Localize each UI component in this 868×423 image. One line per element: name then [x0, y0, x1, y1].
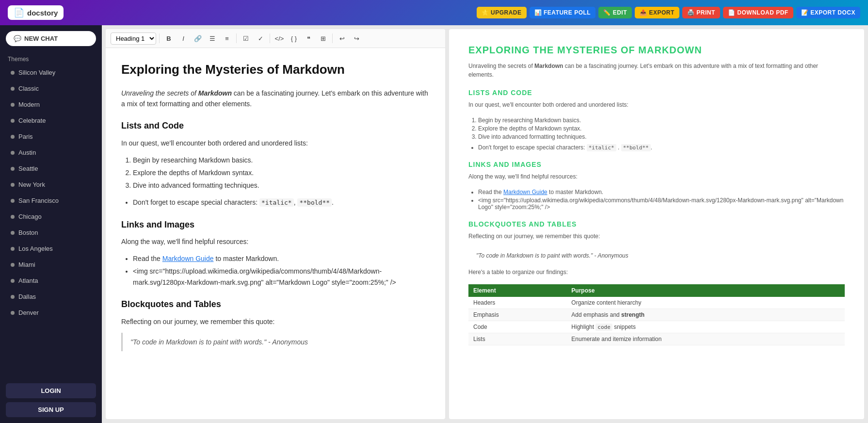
preview-blockquote: "To code in Markdown is to paint with wo… [468, 248, 845, 263]
sidebar-item-chicago[interactable]: Chicago [3, 209, 99, 224]
editor-blockquote: "To code in Markdown is to paint with wo… [121, 333, 430, 351]
sidebar-item-denver[interactable]: Denver [3, 305, 99, 320]
upgrade-button[interactable]: ⭐ UPGRADE [477, 7, 527, 18]
sidebar-item-label: Classic [18, 85, 39, 92]
feature-poll-button[interactable]: 📊 FEATURE POLL [530, 7, 596, 18]
dot-icon [11, 183, 15, 187]
doc-icon: 📄 [14, 7, 24, 18]
preview-section1-intro: In our quest, we'll encounter both order… [468, 100, 845, 109]
app-name: docstory [27, 9, 58, 17]
editor-links-list: Read the Markdown Guide to master Markdo… [121, 253, 430, 288]
preview-links-list: Read the Markdown Guide to master Markdo… [468, 189, 845, 211]
sidebar-item-label: Seattle [18, 165, 38, 172]
dot-icon [11, 167, 15, 171]
sidebar-item-celebrate[interactable]: Celebrate [3, 113, 99, 128]
sidebar-item-silicon-valley[interactable]: Silicon Valley [3, 65, 99, 80]
sidebar-item-label: Denver [18, 309, 39, 316]
content-area: Heading 1 Heading 2 Heading 3 Normal B I… [102, 25, 868, 423]
export-button[interactable]: 📤 EXPORT [635, 7, 679, 18]
code-button[interactable]: </> [273, 32, 286, 45]
toolbar-divider-1 [159, 33, 160, 43]
login-button[interactable]: LOGIN [6, 383, 96, 398]
editor-panel: Heading 1 Heading 2 Heading 3 Normal B I… [106, 29, 445, 419]
export-docx-button[interactable]: 📝 EXPORT DOCX [796, 7, 860, 18]
preview-markdown-link[interactable]: Markdown Guide [503, 189, 547, 195]
sidebar-item-label: Boston [18, 229, 38, 236]
redo-button[interactable]: ↪ [350, 32, 363, 45]
editor-ordered-list: Begin by researching Markdown basics. Ex… [121, 155, 430, 191]
sidebar-item-label: Miami [18, 261, 35, 268]
sidebar-item-label: San Francisco [18, 197, 59, 204]
export-icon: 📤 [640, 9, 647, 16]
editor-section1-intro: In our quest, we'll encounter both order… [121, 138, 430, 148]
sidebar: 💬 NEW CHAT Themes Silicon Valley Classic… [0, 25, 102, 423]
code-snippet: *italic* [259, 198, 294, 207]
docx-icon: 📝 [801, 9, 809, 16]
editor-section3-title: Blockquotes and Tables [121, 297, 430, 311]
link-button[interactable]: 🔗 [192, 32, 204, 45]
sidebar-item-boston[interactable]: Boston [3, 225, 99, 240]
download-pdf-button[interactable]: 📄 DOWNLOAD PDF [723, 7, 793, 18]
preview-list-item: Dive into advanced formatting techniques… [478, 133, 845, 140]
table-cell: Highlight code snippets [566, 321, 845, 333]
table-row: Lists Enumerate and itemize information [468, 333, 845, 345]
toolbar-divider-3 [270, 33, 270, 43]
preview-bullet-list: Don't forget to escape special character… [468, 144, 845, 151]
sidebar-item-dallas[interactable]: Dallas [3, 289, 99, 304]
sidebar-item-austin[interactable]: Austin [3, 145, 99, 160]
table-button[interactable]: ⊞ [317, 32, 329, 45]
sidebar-item-new-york[interactable]: New York [3, 177, 99, 192]
upgrade-icon: ⭐ [482, 9, 489, 16]
list-item: Begin by researching Markdown basics. [133, 155, 430, 165]
edit-icon: ✏️ [603, 9, 611, 16]
list-item: Read the Markdown Guide to master Markdo… [133, 253, 430, 264]
preview-code: *italic* [587, 144, 616, 151]
sidebar-item-atlanta[interactable]: Atlanta [3, 273, 99, 288]
sidebar-item-seattle[interactable]: Seattle [3, 161, 99, 176]
checklist2-button[interactable]: ✓ [254, 32, 267, 45]
app-logo[interactable]: 📄 docstory [8, 5, 64, 20]
sidebar-item-miami[interactable]: Miami [3, 257, 99, 272]
signup-button[interactable]: SIGN UP [6, 402, 96, 417]
sidebar-item-label: Austin [18, 149, 36, 156]
preview-table: Element Purpose Headers Organize content… [468, 284, 845, 345]
sidebar-item-los-angeles[interactable]: Los Angeles [3, 241, 99, 256]
sidebar-item-label: Chicago [18, 213, 42, 220]
preview-code: **bold** [621, 144, 651, 151]
sidebar-item-modern[interactable]: Modern [3, 97, 99, 112]
dot-icon [11, 311, 15, 315]
preview-section2-title: LINKS AND IMAGES [468, 161, 845, 168]
preview-intro: Unraveling the secrets of Markdown can b… [468, 62, 845, 79]
preview-panel: EXPLORING THE MYSTERIES OF MARKDOWN Unra… [449, 29, 864, 419]
dot-icon [11, 199, 15, 203]
dot-icon [11, 71, 15, 75]
unordered-list-button[interactable]: ☰ [206, 32, 219, 45]
editor-toolbar: Heading 1 Heading 2 Heading 3 Normal B I… [106, 29, 445, 48]
bold-button[interactable]: B [162, 32, 175, 45]
ordered-list-button[interactable]: ≡ [221, 32, 233, 45]
sidebar-item-san-francisco[interactable]: San Francisco [3, 193, 99, 208]
code-snippet: **bold** [297, 198, 332, 207]
sidebar-item-paris[interactable]: Paris [3, 129, 99, 144]
editor-title: Exploring the Mysteries of Markdown [121, 60, 430, 80]
sidebar-item-classic[interactable]: Classic [3, 81, 99, 96]
preview-table-header: Element [468, 284, 566, 297]
inline-code-button[interactable]: { } [288, 32, 300, 45]
dot-icon [11, 103, 15, 107]
main-layout: 💬 NEW CHAT Themes Silicon Valley Classic… [0, 25, 868, 423]
edit-button[interactable]: ✏️ EDIT [598, 7, 632, 18]
undo-button[interactable]: ↩ [336, 32, 348, 45]
checklist-button[interactable]: ☑ [240, 32, 252, 45]
sidebar-item-label: Modern [18, 101, 40, 108]
preview-list-item: Explore the depths of Markdown syntax. [478, 125, 845, 132]
dot-icon [11, 263, 15, 267]
italic-button[interactable]: I [177, 32, 190, 45]
list-item: Don't forget to escape special character… [133, 197, 430, 208]
editor-content[interactable]: Exploring the Mysteries of Markdown Unra… [106, 48, 445, 419]
print-button[interactable]: 🖨️ PRINT [682, 7, 720, 18]
preview-section2-intro: Along the way, we'll find helpful resour… [468, 172, 845, 181]
markdown-guide-link[interactable]: Markdown Guide [162, 255, 214, 262]
heading-select[interactable]: Heading 1 Heading 2 Heading 3 Normal [111, 33, 156, 45]
quote-button[interactable]: ❝ [302, 32, 315, 45]
new-chat-button[interactable]: 💬 NEW CHAT [6, 31, 96, 46]
